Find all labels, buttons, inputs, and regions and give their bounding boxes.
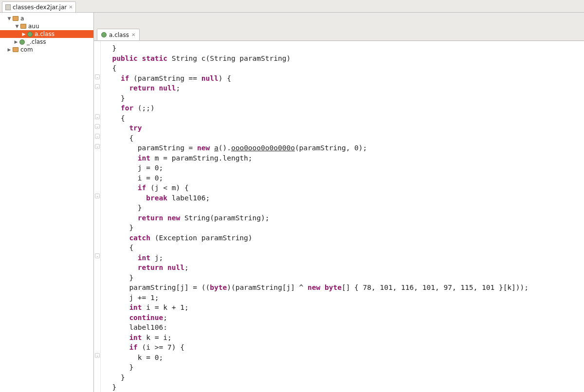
code-line: } — [104, 373, 584, 383]
code-line: int m = paramString.length; — [104, 153, 584, 163]
tree-item[interactable]: com — [0, 46, 93, 53]
code-line: } — [104, 203, 584, 213]
code-line: break label106; — [104, 193, 584, 203]
code-line: } — [104, 362, 584, 373]
package-explorer[interactable]: aauua.class_.classcom — [0, 13, 94, 392]
code-line: try — [104, 123, 584, 133]
code-line: j += 1; — [104, 293, 584, 303]
code-line: { — [104, 133, 584, 143]
editor-tab[interactable]: a.class ✕ — [97, 29, 140, 40]
code-line: return null; — [104, 83, 584, 93]
class-icon — [19, 39, 25, 45]
code-line: int j; — [104, 253, 584, 263]
code-line: return null; — [104, 263, 584, 273]
package-icon — [13, 47, 18, 52]
expand-icon[interactable] — [7, 16, 12, 21]
tree-item-label: a — [19, 15, 24, 22]
code-line: int k = i; — [104, 333, 584, 343]
code-line: public static String c(String paramStrin… — [104, 53, 584, 64]
outer-tab-label: classes-dex2jar.jar — [13, 4, 67, 11]
code-line: if (paramString == null) { — [104, 73, 584, 84]
fold-toggle-icon[interactable]: - — [95, 253, 100, 258]
code-line: { — [104, 113, 584, 124]
top-tab-bar: classes-dex2jar.jar ✕ — [0, 0, 584, 13]
jar-icon — [5, 4, 11, 10]
code-line: } — [104, 43, 584, 53]
main-split: aauua.class_.classcom a.class ✕ --------… — [0, 13, 584, 392]
editor-tab-strip: a.class ✕ — [94, 26, 584, 41]
code-line: k = 0; — [104, 353, 584, 363]
expand-icon[interactable] — [14, 39, 18, 44]
fold-toggle-icon[interactable]: - — [95, 124, 100, 129]
code-line: i = 0; — [104, 173, 584, 183]
code-line: j = 0; — [104, 163, 584, 173]
tree-item-label: com — [19, 46, 33, 53]
code-line: return new String(paramString); — [104, 213, 584, 223]
code-line: if (i >= 7) { — [104, 342, 584, 353]
package-icon — [13, 16, 18, 21]
code-line: if (j < m) { — [104, 183, 584, 193]
fold-gutter[interactable]: --------- — [94, 41, 101, 392]
expand-icon[interactable] — [21, 32, 26, 36]
code-line: for (;;) — [104, 103, 584, 113]
tree-item[interactable]: auu — [0, 22, 93, 30]
close-icon[interactable]: ✕ — [131, 33, 136, 37]
code-line: } — [104, 382, 584, 392]
tree-item[interactable]: _.class — [0, 38, 93, 46]
fold-toggle-icon[interactable]: - — [95, 84, 100, 89]
code-line: continue; — [104, 313, 584, 323]
code-line: { — [104, 63, 584, 73]
expand-icon[interactable] — [7, 47, 12, 52]
fold-toggle-icon[interactable]: - — [95, 144, 100, 149]
class-icon — [101, 32, 107, 37]
close-icon[interactable]: ✕ — [69, 5, 73, 10]
outer-tab[interactable]: classes-dex2jar.jar ✕ — [2, 1, 76, 12]
tree-item-label: auu — [27, 23, 39, 30]
code-line: paramString = new a().ooo0ooo0o0o000o(pa… — [104, 143, 584, 153]
code-line: label106: — [104, 322, 584, 333]
class-icon — [27, 32, 33, 37]
code-line: { — [104, 243, 584, 253]
editor-pane: --------- } public static String c(Strin… — [94, 41, 584, 392]
fold-toggle-icon[interactable]: - — [95, 353, 100, 358]
editor-tab-label: a.class — [109, 32, 129, 38]
code-line: } — [104, 273, 584, 283]
fold-toggle-icon[interactable]: - — [95, 194, 100, 198]
code-line: } — [104, 93, 584, 104]
fold-toggle-icon[interactable]: - — [95, 134, 100, 139]
tree-item-label: a.class — [34, 31, 55, 37]
tree-item[interactable]: a.class — [0, 30, 93, 38]
code-line: } — [104, 223, 584, 233]
editor-area: a.class ✕ --------- } public static Stri… — [94, 13, 584, 392]
tree-item-label: _.class — [26, 38, 46, 45]
code-line: int i = k + 1; — [104, 303, 584, 313]
code-line: paramString[j] = ((byte)(paramString[j] … — [104, 283, 584, 293]
code-line: catch (Exception paramString) — [104, 233, 584, 243]
tree-item[interactable]: a — [0, 15, 93, 22]
code-viewer[interactable]: } public static String c(String paramStr… — [101, 41, 584, 392]
fold-toggle-icon[interactable]: - — [95, 114, 100, 119]
app-root: classes-dex2jar.jar ✕ aauua.class_.class… — [0, 0, 584, 392]
expand-icon[interactable] — [15, 24, 19, 29]
package-icon — [20, 24, 26, 29]
fold-toggle-icon[interactable]: - — [95, 74, 100, 79]
